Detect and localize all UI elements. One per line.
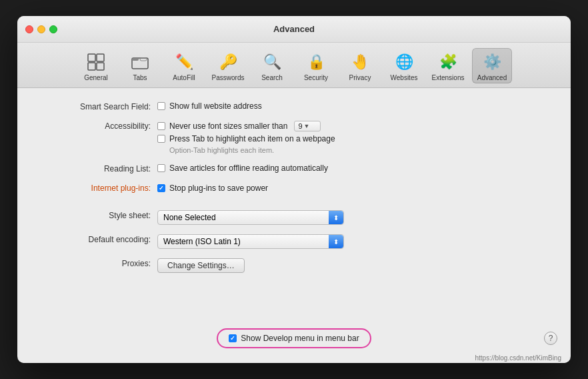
default-encoding-row: Default encoding: Western (ISO Latin 1) …	[37, 234, 551, 249]
accessibility-option1-row: Never use font sizes smaller than 9 ▼	[157, 121, 335, 131]
toolbar: General Tabs ✏️ AutoFill 🔑 Passwords 🔍 S…	[17, 43, 571, 88]
internet-plugins-checkbox-label: Stop plug-ins to save power	[169, 183, 268, 193]
passwords-icon: 🔑	[217, 51, 239, 73]
internet-plugins-checkbox[interactable]	[157, 184, 165, 192]
toolbar-item-websites[interactable]: 🌐 Websites	[384, 48, 424, 83]
smart-search-row: Smart Search Field: Show full website ad…	[37, 101, 551, 111]
general-icon	[85, 51, 107, 73]
internet-plugins-control: Stop plug-ins to save power	[157, 183, 268, 193]
help-button[interactable]: ?	[544, 332, 557, 345]
traffic-lights	[25, 25, 57, 33]
privacy-label: Privacy	[349, 74, 371, 81]
accessibility-row: Accessibility: Never use font sizes smal…	[37, 121, 551, 154]
style-sheet-arrow: ⬍	[329, 211, 343, 224]
advanced-icon: ⚙️	[481, 51, 503, 73]
font-size-arrow: ▼	[304, 123, 310, 129]
watermark: https://blog.csdn.net/KimBing	[475, 354, 561, 362]
svg-rect-2	[88, 63, 95, 70]
reading-list-control: Save articles for offline reading automa…	[157, 163, 328, 173]
default-encoding-value: Western (ISO Latin 1)	[163, 237, 241, 246]
font-size-control: 9 ▼	[294, 121, 321, 131]
proxies-control: Change Settings…	[157, 258, 245, 273]
accessibility-option1-checkbox[interactable]	[157, 122, 165, 130]
reading-list-checkbox[interactable]	[157, 164, 165, 172]
internet-plugins-checkbox-row: Stop plug-ins to save power	[157, 183, 268, 193]
reading-list-row: Reading List: Save articles for offline …	[37, 163, 551, 173]
font-size-select[interactable]: 9 ▼	[294, 121, 321, 131]
general-label: General	[84, 74, 108, 81]
style-sheet-row: Style sheet: None Selected ⬍	[37, 210, 551, 225]
accessibility-option2-row: Press Tab to highlight each item on a we…	[157, 134, 335, 143]
style-sheet-label: Style sheet:	[37, 210, 157, 220]
reading-list-label: Reading List:	[37, 163, 157, 173]
smart-search-label: Smart Search Field:	[37, 101, 157, 111]
default-encoding-dropdown[interactable]: Western (ISO Latin 1) ⬍	[157, 234, 344, 249]
title-bar: Advanced	[17, 16, 571, 43]
smart-search-checkbox-row: Show full website address	[157, 101, 262, 111]
content-area: Smart Search Field: Show full website ad…	[17, 88, 571, 328]
footer: https://blog.csdn.net/KimBing	[17, 359, 571, 363]
proxies-row: Proxies: Change Settings…	[37, 258, 551, 273]
svg-rect-3	[97, 63, 104, 70]
reading-list-checkbox-label: Save articles for offline reading automa…	[169, 163, 328, 173]
style-sheet-value: None Selected	[163, 213, 216, 222]
accessibility-option2-checkbox[interactable]	[157, 135, 165, 143]
accessibility-option2-label: Press Tab to highlight each item on a we…	[169, 134, 335, 143]
passwords-label: Passwords	[212, 74, 245, 81]
internet-plugins-row: Internet plug-ins: Stop plug-ins to save…	[37, 183, 551, 193]
font-size-value: 9	[298, 122, 302, 130]
change-settings-button[interactable]: Change Settings…	[157, 258, 245, 273]
toolbar-item-passwords[interactable]: 🔑 Passwords	[208, 48, 248, 83]
preferences-window: Advanced General Tabs	[17, 16, 571, 363]
toolbar-item-search[interactable]: 🔍 Search	[252, 48, 292, 83]
develop-checkbox[interactable]	[229, 334, 237, 342]
toolbar-item-extensions[interactable]: 🧩 Extensions	[428, 48, 468, 83]
accessibility-option1-label: Never use font sizes smaller than	[169, 121, 287, 131]
style-sheet-dropdown[interactable]: None Selected ⬍	[157, 210, 344, 225]
proxies-label: Proxies:	[37, 258, 157, 268]
default-encoding-control: Western (ISO Latin 1) ⬍	[157, 234, 344, 249]
search-label: Search	[261, 74, 283, 81]
extensions-label: Extensions	[432, 74, 465, 81]
autofill-icon: ✏️	[173, 51, 195, 73]
toolbar-item-general[interactable]: General	[76, 48, 116, 83]
window-title: Advanced	[273, 24, 315, 34]
websites-label: Websites	[391, 74, 418, 81]
default-encoding-label: Default encoding:	[37, 234, 157, 244]
accessibility-hint: Option-Tab highlights each item.	[169, 146, 335, 154]
toolbar-item-tabs[interactable]: Tabs	[120, 48, 160, 83]
default-encoding-arrow: ⬍	[329, 235, 343, 248]
accessibility-control: Never use font sizes smaller than 9 ▼ Pr…	[157, 121, 335, 154]
advanced-label: Advanced	[477, 74, 507, 81]
privacy-icon: 🤚	[349, 51, 371, 73]
security-icon: 🔒	[305, 51, 327, 73]
toolbar-item-autofill[interactable]: ✏️ AutoFill	[164, 48, 204, 83]
tabs-icon	[129, 51, 151, 73]
minimize-button[interactable]	[37, 25, 45, 33]
autofill-label: AutoFill	[173, 74, 195, 81]
toolbar-item-security[interactable]: 🔒 Security	[296, 48, 336, 83]
smart-search-checkbox[interactable]	[157, 102, 165, 110]
develop-checkbox-label: Show Develop menu in menu bar	[241, 334, 359, 343]
zoom-button[interactable]	[49, 25, 57, 33]
develop-box: Show Develop menu in menu bar	[217, 328, 371, 348]
websites-icon: 🌐	[393, 51, 415, 73]
reading-list-checkbox-row: Save articles for offline reading automa…	[157, 163, 328, 173]
close-button[interactable]	[25, 25, 33, 33]
internet-plugins-label: Internet plug-ins:	[37, 183, 157, 193]
toolbar-item-advanced[interactable]: ⚙️ Advanced	[472, 48, 512, 83]
svg-rect-5	[132, 58, 139, 61]
toolbar-item-privacy[interactable]: 🤚 Privacy	[340, 48, 380, 83]
style-sheet-control: None Selected ⬍	[157, 210, 344, 225]
tabs-label: Tabs	[133, 74, 147, 81]
extensions-icon: 🧩	[437, 51, 459, 73]
smart-search-checkbox-label: Show full website address	[169, 101, 262, 111]
smart-search-control: Show full website address	[157, 101, 262, 111]
help-button-container: ?	[544, 332, 557, 345]
search-icon: 🔍	[261, 51, 283, 73]
security-label: Security	[304, 74, 328, 81]
accessibility-label: Accessibility:	[37, 121, 157, 131]
svg-rect-0	[88, 54, 95, 61]
svg-rect-1	[97, 54, 104, 61]
